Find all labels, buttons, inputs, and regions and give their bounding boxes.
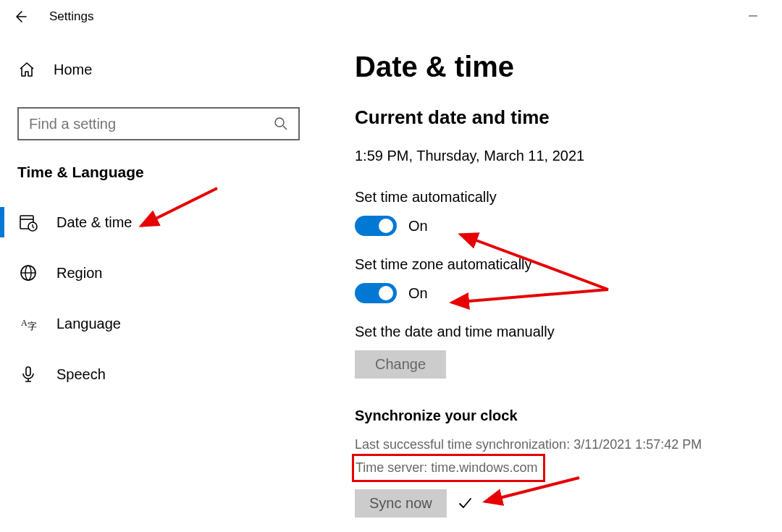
search-field[interactable] <box>29 116 274 132</box>
checkmark-icon <box>457 495 473 511</box>
last-sync-text: Last successful time synchronization: 3/… <box>355 434 760 455</box>
sidebar-item-date-time[interactable]: Date & time <box>0 197 317 248</box>
page-title: Date & time <box>355 51 760 83</box>
set-tz-auto-state: On <box>408 285 428 302</box>
sidebar-item-label: Speech <box>56 366 106 383</box>
set-tz-auto-label: Set time zone automatically <box>355 256 760 273</box>
back-arrow-icon[interactable] <box>12 8 29 25</box>
window-title: Settings <box>49 9 93 24</box>
titlebar: Settings <box>0 0 782 33</box>
sidebar-item-language[interactable]: A字 Language <box>0 298 317 349</box>
sidebar-item-speech[interactable]: Speech <box>0 349 317 400</box>
sidebar-item-label: Date & time <box>56 214 132 231</box>
sidebar-item-label: Region <box>56 265 102 282</box>
globe-icon <box>19 263 38 282</box>
section-current-datetime: Current date and time <box>355 106 760 129</box>
search-input[interactable] <box>17 107 300 140</box>
sidebar-home[interactable]: Home <box>0 49 317 90</box>
set-time-auto-toggle[interactable] <box>355 216 397 236</box>
svg-rect-11 <box>26 367 30 376</box>
minimize-icon[interactable] <box>746 9 760 23</box>
sidebar-category: Time & Language <box>0 155 317 197</box>
set-time-auto-state: On <box>408 218 428 235</box>
sidebar: Home Time & Language Date & time Region <box>0 33 317 532</box>
svg-text:字: 字 <box>28 321 37 332</box>
main-content: Date & time Current date and time 1:59 P… <box>317 33 782 532</box>
home-icon <box>17 60 36 79</box>
sidebar-item-region[interactable]: Region <box>0 248 317 298</box>
sidebar-home-label: Home <box>54 62 92 78</box>
change-button: Change <box>355 350 446 379</box>
time-server-text: Time server: time.windows.com <box>352 454 545 482</box>
svg-line-2 <box>283 126 287 130</box>
sync-now-button[interactable]: Sync now <box>355 489 447 518</box>
calendar-clock-icon <box>19 213 38 232</box>
current-datetime-value: 1:59 PM, Thursday, March 11, 2021 <box>355 148 760 164</box>
svg-point-1 <box>275 118 284 127</box>
set-tz-auto-toggle[interactable] <box>355 283 397 303</box>
sync-section-title: Synchronize your clock <box>355 408 760 424</box>
search-icon <box>274 117 288 131</box>
sidebar-item-label: Language <box>56 316 121 332</box>
set-time-auto-label: Set time automatically <box>355 189 760 206</box>
manual-datetime-label: Set the date and time manually <box>355 324 760 340</box>
svg-text:A: A <box>21 318 28 328</box>
language-icon: A字 <box>19 314 38 333</box>
microphone-icon <box>19 365 38 384</box>
